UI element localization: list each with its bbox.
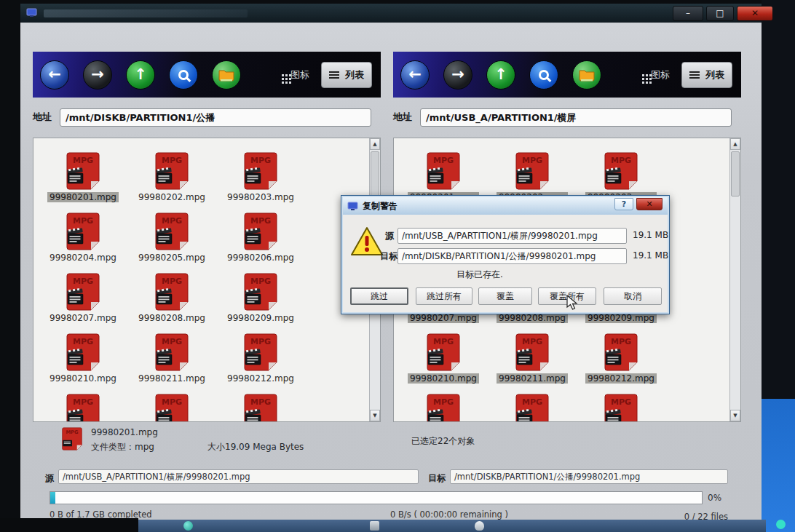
file-name-label: 99980203.mpg <box>225 192 296 202</box>
file-item[interactable]: MPG <box>488 394 577 421</box>
back-button[interactable]: ← <box>400 60 430 90</box>
file-item[interactable]: MPG 99980202.mpg <box>127 152 216 213</box>
mpg-file-icon: MPG <box>244 333 277 371</box>
folder-icon <box>578 68 596 82</box>
dialog-help-button[interactable]: ? <box>614 198 633 210</box>
mpg-file-icon: MPG <box>604 333 638 371</box>
icon-view-button[interactable]: 图标 <box>279 64 312 86</box>
monitor-bezel-bottom <box>0 518 138 532</box>
scrollbar-thumb[interactable] <box>371 151 379 196</box>
file-item[interactable]: MPG 99980208.mpg <box>127 273 216 333</box>
copy-source-path: /mnt/USB_A/PARTITION1/横屏/99980201.mpg <box>58 469 419 484</box>
taskbar-icon[interactable] <box>776 520 786 529</box>
taskbar-icon[interactable] <box>370 521 379 531</box>
left-view-toggle: 图标 列表 <box>279 62 372 88</box>
mpg-file-icon: MPG <box>244 213 277 250</box>
warning-icon <box>350 226 384 257</box>
scroll-up-icon[interactable]: ▲ <box>370 138 380 150</box>
file-item[interactable]: MPG 99980205.mpg <box>127 213 216 273</box>
scrollbar-thumb[interactable] <box>731 151 740 196</box>
icon-view-label: 图标 <box>651 68 670 82</box>
icon-view-button[interactable]: 图标 <box>639 64 673 86</box>
list-icon <box>329 71 339 73</box>
left-address-input[interactable]: /mnt/DISKB/PARTITION1/公播 <box>60 108 371 127</box>
forward-button[interactable]: → <box>443 60 472 90</box>
svg-text:MPG: MPG <box>162 277 182 286</box>
mpg-file-icon: MPG <box>244 273 277 311</box>
svg-text:MPG: MPG <box>162 216 182 226</box>
file-item[interactable]: MPG 99980206.mpg <box>216 213 305 273</box>
dialog-target-size: 19.1 MB <box>633 250 668 261</box>
search-button[interactable] <box>529 60 558 90</box>
icon-view-label: 图标 <box>290 68 309 82</box>
svg-text:MPG: MPG <box>73 337 93 346</box>
file-item[interactable]: MPG 99980210.mpg <box>399 333 488 394</box>
dialog-target-path: /mnt/DISKB/PARTITION1/公播/99980201.mpg <box>398 248 627 264</box>
search-button[interactable] <box>169 60 198 90</box>
minimize-button[interactable]: – <box>673 6 703 21</box>
right-scrollbar[interactable]: ▲ ▼ <box>729 138 740 421</box>
left-file-grid: MPG 99980201.mpg MPG <box>33 138 369 421</box>
scroll-up-icon[interactable]: ▲ <box>730 138 740 150</box>
back-arrow-icon: ← <box>48 67 61 82</box>
file-item[interactable]: MPG 99980203.mpg <box>216 152 305 213</box>
taskbar-icon[interactable] <box>183 521 193 531</box>
file-name-label: 99980209.mpg <box>225 313 296 323</box>
mpg-file-icon: MPG <box>66 394 100 421</box>
up-button[interactable]: ↑ <box>486 60 515 90</box>
mpg-file-icon: MPG <box>66 273 100 311</box>
svg-text:MPG: MPG <box>73 277 93 286</box>
mpg-file-icon: MPG <box>427 152 460 190</box>
folder-button[interactable] <box>212 60 241 90</box>
scroll-down-icon[interactable]: ▼ <box>730 410 740 421</box>
overwrite-button[interactable]: 覆盖 <box>478 287 532 305</box>
right-toolbar: ← → ↑ 图标 列表 <box>393 52 741 98</box>
forward-arrow-icon: → <box>91 67 104 82</box>
list-view-button[interactable]: 列表 <box>681 62 732 88</box>
right-address-input[interactable]: /mnt/USB_A/PARTITION1/横屏 <box>420 108 732 127</box>
file-item[interactable]: MPG 99980212.mpg <box>577 333 665 394</box>
list-view-button[interactable]: 列表 <box>321 62 372 88</box>
close-button[interactable]: ✕ <box>737 6 773 21</box>
mpg-file-icon: MPG <box>66 213 100 250</box>
file-item[interactable]: MPG 99980209.mpg <box>216 273 305 333</box>
file-item[interactable]: MPG <box>399 394 488 421</box>
left-file-list: MPG 99980201.mpg MPG <box>33 138 381 422</box>
scroll-down-icon[interactable]: ▼ <box>370 410 380 421</box>
skip-button[interactable]: 跳过 <box>350 287 408 305</box>
file-item[interactable]: MPG 99980207.mpg <box>39 273 127 333</box>
file-name-label: 99980206.mpg <box>225 253 296 263</box>
svg-text:MPG: MPG <box>250 156 271 165</box>
dialog-source-label: 源 <box>385 230 394 242</box>
file-name-label: 99980202.mpg <box>136 192 207 202</box>
up-button[interactable]: ↑ <box>126 60 155 90</box>
window-title <box>44 9 248 17</box>
file-item[interactable]: MPG 99980212.mpg <box>216 333 305 394</box>
grid-icon <box>642 74 644 76</box>
file-name-label: 99980212.mpg <box>225 373 296 384</box>
back-button[interactable]: ← <box>40 60 69 90</box>
svg-text:MPG: MPG <box>433 337 454 346</box>
forward-button[interactable]: → <box>83 60 112 90</box>
file-item[interactable]: MPG 99980211.mpg <box>488 333 577 394</box>
file-item[interactable]: MPG <box>577 394 665 421</box>
dialog-title: 复制警告 <box>363 200 398 213</box>
file-item[interactable]: MPG 99980211.mpg <box>127 333 216 394</box>
file-item[interactable]: MPG <box>216 394 305 421</box>
skip-all-button[interactable]: 跳过所有 <box>416 287 472 305</box>
file-item[interactable]: MPG <box>39 394 127 421</box>
dialog-close-button[interactable]: ✕ <box>636 198 662 210</box>
maximize-button[interactable]: □ <box>706 6 734 21</box>
file-item[interactable]: MPG 99980210.mpg <box>39 333 127 394</box>
svg-text:MPG: MPG <box>611 337 631 346</box>
folder-button[interactable] <box>572 60 601 90</box>
copy-warning-dialog: 复制警告 ? ✕ 源 /mnt/USB_A/PARTITION1/横屏/9998… <box>341 195 670 314</box>
dialog-cancel-button[interactable]: 取消 <box>604 287 662 305</box>
left-toolbar: ← → ↑ 图标 列表 <box>33 52 381 98</box>
file-item[interactable]: MPG 99980204.mpg <box>39 213 127 273</box>
file-item[interactable]: MPG <box>127 394 216 421</box>
taskbar-icon[interactable] <box>475 521 484 531</box>
file-item[interactable]: MPG 99980201.mpg <box>39 152 127 213</box>
copy-source-label: 源 <box>45 472 54 485</box>
mouse-cursor <box>565 295 578 311</box>
